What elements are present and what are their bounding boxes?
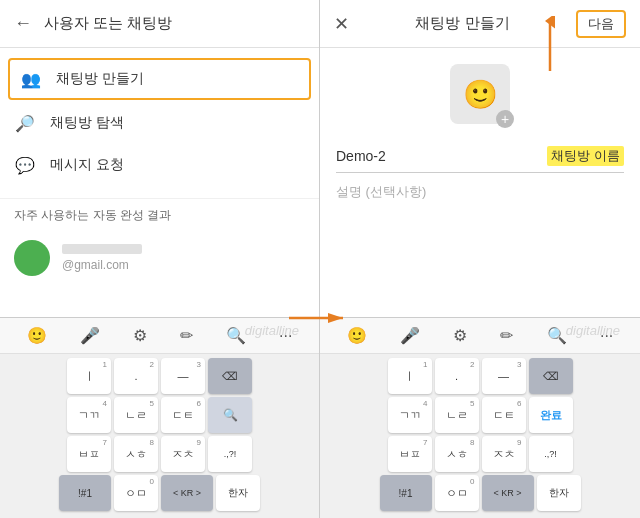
key-nieun[interactable]: 5ㄴㄹ bbox=[114, 397, 158, 433]
create-room-icon: 👥 bbox=[20, 68, 42, 90]
handwriting-toolbar-icon[interactable]: ✏ bbox=[176, 324, 197, 347]
message-request-icon: 💬 bbox=[14, 154, 36, 176]
key-punct-r[interactable]: .,?! bbox=[529, 436, 573, 472]
user-item[interactable]: @gmail.com bbox=[0, 232, 319, 284]
key-jieut[interactable]: 9ㅈㅊ bbox=[161, 436, 205, 472]
add-emoji-badge[interactable]: + bbox=[496, 110, 514, 128]
keyboard-rows-left: 1ㅣ 2. 3— ⌫ 4ㄱㄲ 5ㄴㄹ 6ㄷㅌ 🔍 7ㅂㅍ 8ㅅㅎ 9ㅈㅊ .,?… bbox=[0, 354, 319, 518]
menu-label-create-room: 채팅방 만들기 bbox=[56, 70, 144, 88]
user-email: @gmail.com bbox=[62, 258, 142, 272]
key-num-symbol[interactable]: !#1 bbox=[59, 475, 111, 511]
chatroom-name-input[interactable] bbox=[336, 148, 539, 164]
menu-label-explore: 채팅방 탐색 bbox=[50, 114, 124, 132]
chatroom-desc-label: 설명 (선택사항) bbox=[336, 173, 624, 205]
key-dot-r[interactable]: 2. bbox=[435, 358, 479, 394]
key-giyeok[interactable]: 4ㄱㄲ bbox=[67, 397, 111, 433]
more-toolbar-icon[interactable]: ··· bbox=[275, 325, 296, 347]
key-punct[interactable]: .,?! bbox=[208, 436, 252, 472]
avatar bbox=[14, 240, 50, 276]
key-bieup-r[interactable]: 7ㅂㅍ bbox=[388, 436, 432, 472]
chatroom-form: 🙂 + 채팅방 이름 설명 (선택사항) bbox=[320, 48, 640, 221]
chatroom-name-label: 채팅방 이름 bbox=[547, 146, 624, 166]
key-row-4-left: !#1 0ㅇㅁ < KR > 한자 bbox=[4, 475, 315, 511]
keyboard-toolbar-right: 🙂 🎤 ⚙ ✏ 🔍 ··· bbox=[320, 318, 640, 354]
key-dash-r[interactable]: 3— bbox=[482, 358, 526, 394]
close-icon[interactable]: ✕ bbox=[334, 13, 349, 35]
key-jieut-r[interactable]: 9ㅈㅊ bbox=[482, 436, 526, 472]
user-info: @gmail.com bbox=[62, 244, 142, 272]
emoji-picker[interactable]: 🙂 + bbox=[450, 64, 510, 124]
more-toolbar-icon-r[interactable]: ··· bbox=[596, 325, 617, 347]
key-digeut-r[interactable]: 6ㄷㅌ bbox=[482, 397, 526, 433]
key-lang-switch-r[interactable]: < KR > bbox=[482, 475, 534, 511]
next-button[interactable]: 다음 bbox=[576, 10, 626, 38]
key-bieup[interactable]: 7ㅂㅍ bbox=[67, 436, 111, 472]
menu-label-message-request: 메시지 요청 bbox=[50, 156, 124, 174]
key-num-symbol-r[interactable]: !#1 bbox=[380, 475, 432, 511]
keyboard-toolbar-left: 🙂 🎤 ⚙ ✏ 🔍 ··· bbox=[0, 318, 319, 354]
key-digeut[interactable]: 6ㄷㅌ bbox=[161, 397, 205, 433]
search-toolbar-icon[interactable]: 🔍 bbox=[222, 324, 250, 347]
key-pipe-r[interactable]: 1ㅣ bbox=[388, 358, 432, 394]
key-row-2-left: 4ㄱㄲ 5ㄴㄹ 6ㄷㅌ 🔍 bbox=[4, 397, 315, 433]
key-row-1-left: 1ㅣ 2. 3— ⌫ bbox=[4, 358, 315, 394]
settings-toolbar-icon[interactable]: ⚙ bbox=[129, 324, 151, 347]
key-row-4-right: !#1 0ㅇㅁ < KR > 한자 bbox=[324, 475, 636, 511]
back-icon[interactable]: ← bbox=[14, 13, 32, 34]
key-nieun-r[interactable]: 5ㄴㄹ bbox=[435, 397, 479, 433]
handwriting-toolbar-icon-r[interactable]: ✏ bbox=[496, 324, 517, 347]
left-header: ← 사용자 또는 채팅방 bbox=[0, 0, 319, 48]
settings-toolbar-icon-r[interactable]: ⚙ bbox=[449, 324, 471, 347]
right-panel: ✕ 채팅방 만들기 다음 🙂 + 채팅방 이름 설명 (선택사항) digita… bbox=[320, 0, 640, 518]
keyboard-right: 🙂 🎤 ⚙ ✏ 🔍 ··· 1ㅣ 2. 3— ⌫ 4ㄱㄲ 5ㄴㄹ 6ㄷㅌ 완료 bbox=[320, 317, 640, 518]
key-lang-switch[interactable]: < KR > bbox=[161, 475, 213, 511]
menu-list: 👥 채팅방 만들기 🔎 채팅방 탐색 💬 메시지 요청 bbox=[0, 48, 319, 194]
menu-item-explore[interactable]: 🔎 채팅방 탐색 bbox=[0, 102, 319, 144]
key-ieung[interactable]: 0ㅇㅁ bbox=[114, 475, 158, 511]
autocomplete-hint: 자주 사용하는 자동 완성 결과 bbox=[0, 198, 319, 232]
emoji-toolbar-icon[interactable]: 🙂 bbox=[23, 324, 51, 347]
user-name-placeholder bbox=[62, 244, 142, 254]
key-dash[interactable]: 3— bbox=[161, 358, 205, 394]
mic-toolbar-icon-r[interactable]: 🎤 bbox=[396, 324, 424, 347]
keyboard-rows-right: 1ㅣ 2. 3— ⌫ 4ㄱㄲ 5ㄴㄹ 6ㄷㅌ 완료 7ㅂㅍ 8ㅅㅎ 9ㅈㅊ .,… bbox=[320, 354, 640, 518]
key-siot-r[interactable]: 8ㅅㅎ bbox=[435, 436, 479, 472]
key-dot[interactable]: 2. bbox=[114, 358, 158, 394]
key-row-1-right: 1ㅣ 2. 3— ⌫ bbox=[324, 358, 636, 394]
key-backspace-r[interactable]: ⌫ bbox=[529, 358, 573, 394]
emoji-face: 🙂 bbox=[463, 78, 498, 111]
key-giyeok-r[interactable]: 4ㄱㄲ bbox=[388, 397, 432, 433]
explore-icon: 🔎 bbox=[14, 112, 36, 134]
chatroom-name-row: 채팅방 이름 bbox=[336, 140, 624, 173]
emoji-toolbar-icon-r[interactable]: 🙂 bbox=[343, 324, 371, 347]
left-panel: ← 사용자 또는 채팅방 👥 채팅방 만들기 🔎 채팅방 탐색 💬 메시지 요청… bbox=[0, 0, 320, 518]
mic-toolbar-icon[interactable]: 🎤 bbox=[76, 324, 104, 347]
menu-item-message-request[interactable]: 💬 메시지 요청 bbox=[0, 144, 319, 186]
key-hanja[interactable]: 한자 bbox=[216, 475, 260, 511]
menu-item-create-room[interactable]: 👥 채팅방 만들기 bbox=[8, 58, 311, 100]
right-title: 채팅방 만들기 bbox=[415, 14, 509, 33]
keyboard-left: 🙂 🎤 ⚙ ✏ 🔍 ··· 1ㅣ 2. 3— ⌫ 4ㄱㄲ 5ㄴㄹ 6ㄷㅌ 🔍 bbox=[0, 317, 319, 518]
right-header: ✕ 채팅방 만들기 다음 bbox=[320, 0, 640, 48]
key-backspace[interactable]: ⌫ bbox=[208, 358, 252, 394]
key-done[interactable]: 완료 bbox=[529, 397, 573, 433]
key-search[interactable]: 🔍 bbox=[208, 397, 252, 433]
key-row-3-right: 7ㅂㅍ 8ㅅㅎ 9ㅈㅊ .,?! bbox=[324, 436, 636, 472]
key-row-3-left: 7ㅂㅍ 8ㅅㅎ 9ㅈㅊ .,?! bbox=[4, 436, 315, 472]
key-pipe[interactable]: 1ㅣ bbox=[67, 358, 111, 394]
left-header-title: 사용자 또는 채팅방 bbox=[44, 14, 172, 33]
search-toolbar-icon-r[interactable]: 🔍 bbox=[543, 324, 571, 347]
key-siot[interactable]: 8ㅅㅎ bbox=[114, 436, 158, 472]
key-row-2-right: 4ㄱㄲ 5ㄴㄹ 6ㄷㅌ 완료 bbox=[324, 397, 636, 433]
key-hanja-r[interactable]: 한자 bbox=[537, 475, 581, 511]
key-ieung-r[interactable]: 0ㅇㅁ bbox=[435, 475, 479, 511]
